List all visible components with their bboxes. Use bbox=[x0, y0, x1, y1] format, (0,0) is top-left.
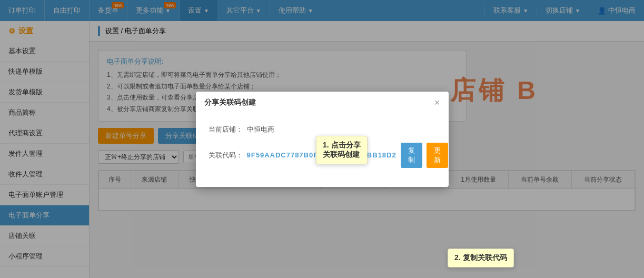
modal-store-row: 当前店铺： 中恒电商 bbox=[209, 125, 436, 134]
callout-2: 2. 复制关联代码 bbox=[448, 249, 514, 267]
modal-title: 分享关联码创建 bbox=[204, 98, 256, 107]
modal-actions: 复制 更新 bbox=[401, 143, 448, 168]
callout-1: 1. 点击分享 关联码创建 bbox=[316, 136, 368, 164]
modal-code-label: 关联代码： bbox=[209, 151, 243, 160]
modal-close-button[interactable]: × bbox=[434, 98, 440, 107]
modal-header: 分享关联码创建 × bbox=[196, 92, 449, 114]
copy-code-button[interactable]: 复制 bbox=[401, 143, 422, 168]
modal-store-label: 当前店铺： bbox=[209, 125, 243, 134]
update-code-button[interactable]: 更新 bbox=[427, 143, 448, 168]
modal-store-value: 中恒电商 bbox=[247, 125, 274, 134]
